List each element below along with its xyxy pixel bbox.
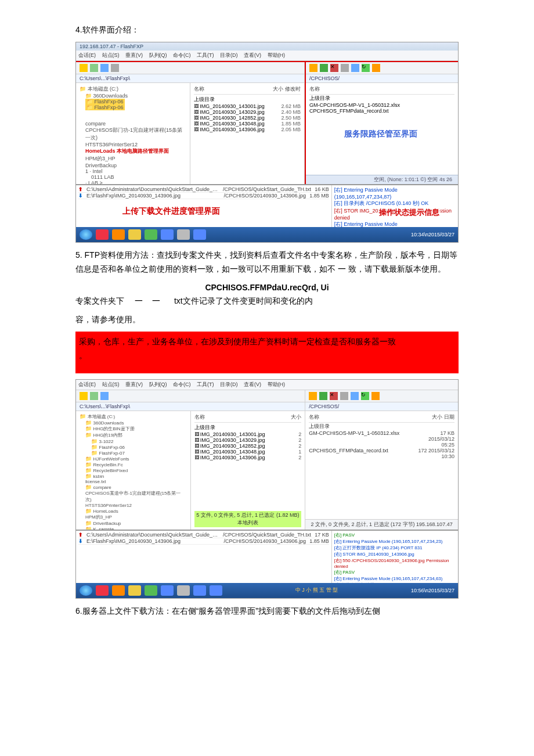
tree-item[interactable]: HPM的3_HP bbox=[85, 155, 186, 163]
menu-item[interactable]: 命令(C) bbox=[173, 381, 191, 387]
file-row[interactable]: IMG_20140930_143906.jpg2 bbox=[194, 455, 302, 460]
plug-icon[interactable] bbox=[319, 392, 327, 400]
tree-item[interactable]: FlashFxp-06 bbox=[85, 105, 125, 110]
delete-icon[interactable]: ✕ bbox=[330, 392, 338, 400]
tree-item[interactable]: ksbin bbox=[85, 473, 187, 479]
tree-item[interactable]: FlashFxp-06 bbox=[85, 99, 125, 105]
taskbar-app-icon[interactable] bbox=[96, 229, 109, 240]
local-tree[interactable]: 本地磁盘 (C:) 360Downloads FlashFxp-06 Flash… bbox=[76, 83, 190, 184]
menu-item[interactable]: 队列(Q) bbox=[149, 52, 167, 58]
file-row[interactable]: 上级目录 bbox=[309, 95, 454, 102]
start-button-icon[interactable] bbox=[80, 585, 92, 596]
menu-item[interactable]: 工具(T) bbox=[197, 52, 214, 58]
tree-item[interactable]: compare bbox=[85, 121, 186, 127]
folder-icon[interactable] bbox=[80, 392, 88, 400]
folder-icon[interactable] bbox=[80, 64, 88, 72]
menu-item[interactable]: 目录(D) bbox=[220, 381, 238, 387]
taskbar-app-icon[interactable] bbox=[161, 585, 174, 596]
taskbar-app-icon[interactable] bbox=[96, 585, 109, 596]
tree-item[interactable]: CPCHISOS某道中市-1完自建对建程(15条第一次) bbox=[85, 490, 187, 503]
tree-item[interactable]: FlashFxp-07 bbox=[91, 450, 187, 456]
menu-item[interactable]: 目录(D) bbox=[220, 52, 238, 58]
tree-item[interactable]: DriverBackup bbox=[85, 163, 186, 168]
tree-item[interactable]: HHG的生BIN是下册 bbox=[85, 426, 187, 432]
file-row[interactable]: IMG_20140930_143048.jpg1 bbox=[194, 449, 302, 455]
taskbar-app-icon[interactable] bbox=[193, 585, 206, 596]
menu-item[interactable]: 帮助(H) bbox=[268, 381, 286, 387]
queue-row[interactable]: ⬇ E:\FlashFxp\IMG_20140930_143906.jpg /C… bbox=[78, 538, 329, 545]
menu-item[interactable]: 会话(E) bbox=[78, 381, 96, 387]
local-address[interactable]: C:\Users\...\FlashFxp\ bbox=[76, 74, 304, 83]
tree-item[interactable]: HPM的3_HP bbox=[85, 514, 187, 520]
delete-icon[interactable]: ✕ bbox=[330, 64, 338, 72]
taskbar-app-icon[interactable] bbox=[145, 229, 157, 240]
tree-item[interactable]: HTSTS36PrinterSer12 bbox=[85, 503, 187, 508]
refresh-icon[interactable]: ↻ bbox=[362, 64, 370, 72]
tree-item[interactable]: 3-1022 bbox=[91, 438, 187, 444]
file-row[interactable]: CPCHISOS_FFMPdata_record.txt172 2015/03/… bbox=[309, 448, 454, 459]
home-icon[interactable] bbox=[100, 392, 109, 400]
lightning-icon[interactable] bbox=[309, 64, 317, 72]
menu-item[interactable]: 垂直(V) bbox=[125, 52, 143, 58]
menu-item[interactable]: 查看(V) bbox=[244, 52, 261, 58]
menu-item[interactable]: 工具(T) bbox=[197, 381, 214, 387]
remote-file-list[interactable]: 名称 大小 日期 上级目录 GM-CPCHISOS-MP-V1_1-050312… bbox=[305, 411, 458, 519]
file-row[interactable]: IMG_20140930_143906.jpg2.05 MB bbox=[194, 127, 301, 132]
taskbar-app-icon[interactable] bbox=[112, 229, 125, 240]
queue-row[interactable]: ⬇ E:\FlashFxp\IMG_20140930_143906.jpg /C… bbox=[78, 193, 329, 199]
taskbar-app-icon[interactable] bbox=[128, 585, 141, 596]
file-row[interactable]: IMG_20140930_142852.jpg2.50 MB bbox=[194, 115, 301, 121]
tree-item[interactable]: RecycleBin.Fc bbox=[85, 462, 187, 467]
start-button-icon[interactable] bbox=[80, 229, 92, 240]
file-row[interactable]: CPCHISOS_FFMPdata_record.txt bbox=[309, 108, 454, 114]
menu-item[interactable]: 队列(Q) bbox=[149, 381, 167, 387]
play-icon[interactable] bbox=[340, 392, 348, 400]
taskbar-app-icon[interactable] bbox=[145, 585, 157, 596]
queue-row[interactable]: ⬆ C:\Users\Administrator\Documents\Quick… bbox=[78, 532, 329, 538]
tree-item[interactable]: RecycleBinFixed bbox=[85, 467, 187, 473]
lightning-icon[interactable] bbox=[309, 392, 317, 400]
tree-item[interactable]: 本地磁盘 (C:) bbox=[80, 413, 187, 420]
menu-item[interactable]: 帮助(H) bbox=[268, 52, 286, 58]
taskbar-app-icon[interactable] bbox=[177, 229, 190, 240]
menu-item[interactable]: 站点(S) bbox=[102, 381, 120, 387]
file-row[interactable]: GM-CPCHISOS-MP-V1_1-050312.xlsx17 KB 201… bbox=[309, 430, 454, 448]
tree-item[interactable]: HTSTS36PrinterSer12 bbox=[85, 142, 186, 147]
menu-item[interactable]: 会话(E) bbox=[78, 52, 96, 58]
file-row[interactable]: 上级目录 bbox=[194, 424, 302, 431]
plug-icon[interactable] bbox=[320, 64, 328, 72]
tree-item[interactable]: HHG的19内部 bbox=[85, 432, 187, 438]
stop-icon[interactable] bbox=[111, 64, 119, 72]
queue-row[interactable]: ⬆ C:\Users\Administrator\Documents\Quick… bbox=[78, 186, 329, 193]
tree-item[interactable]: DriverBackup bbox=[85, 520, 187, 526]
local-file-list[interactable]: 名称 大小 上级目录 IMG_20140930_143001.jpg2 IMG_… bbox=[191, 411, 305, 530]
file-row[interactable]: 上级目录 bbox=[194, 96, 301, 103]
menu-item[interactable]: 查看(V) bbox=[244, 381, 261, 387]
tree-item[interactable]: FlashFxp-06 bbox=[91, 444, 187, 450]
refresh-icon[interactable]: ↻ bbox=[361, 392, 369, 400]
taskbar-app-icon[interactable] bbox=[210, 585, 222, 596]
taskbar-app-icon[interactable] bbox=[193, 229, 206, 240]
remote-address[interactable]: /CPCHISOS/ bbox=[305, 402, 458, 411]
tree-item[interactable]: CPCHISOS部门功-1完自建对课程(15条第一次) bbox=[85, 127, 186, 142]
tree-item[interactable]: 本地磁盘 (C:) bbox=[80, 85, 186, 93]
file-row[interactable]: IMG_20140930_143001.jpg2 bbox=[194, 431, 302, 437]
tree-item[interactable]: license.txt bbox=[85, 479, 187, 484]
local-tree[interactable]: 本地磁盘 (C:) 360Downloads HHG的生BIN是下册 HHG的1… bbox=[76, 411, 191, 530]
taskbar-app-icon[interactable] bbox=[177, 585, 190, 596]
menu-item[interactable]: 站点(S) bbox=[102, 52, 120, 58]
tree-item[interactable]: 1 · Intel bbox=[85, 168, 186, 174]
menu-item[interactable]: 垂直(V) bbox=[125, 381, 143, 387]
tree-item[interactable]: compare bbox=[85, 484, 187, 490]
tree-item[interactable]: 360Downloads bbox=[85, 93, 186, 99]
tree-item[interactable]: 360Downloads bbox=[85, 420, 187, 426]
file-row[interactable]: 上级目录 bbox=[309, 423, 454, 430]
tree-item[interactable]: HJFontWebFonts bbox=[85, 456, 187, 462]
transfer-icon[interactable] bbox=[351, 392, 359, 400]
transfer-icon[interactable] bbox=[351, 64, 359, 72]
file-row[interactable]: IMG_20140930_143001.jpg2.62 MB bbox=[194, 103, 301, 109]
tree-item[interactable]: K_sample bbox=[85, 526, 187, 530]
file-row[interactable]: GM-CPCHISOS-MP-V1_1-050312.xlsx bbox=[309, 102, 454, 108]
tree-item[interactable]: HomeLoads bbox=[85, 508, 187, 514]
taskbar-app-icon[interactable] bbox=[112, 585, 125, 596]
